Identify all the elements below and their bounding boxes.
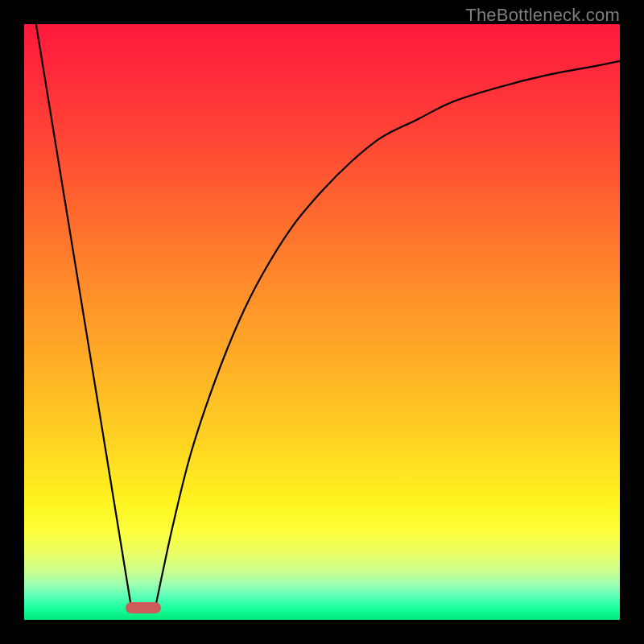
- chart-frame: TheBottleneck.com: [0, 0, 644, 644]
- bottleneck-marker: [126, 602, 161, 613]
- left-slope-line: [36, 24, 131, 608]
- plot-area: [24, 24, 620, 620]
- right-curve-line: [155, 61, 620, 608]
- watermark-text: TheBottleneck.com: [465, 5, 620, 26]
- curve-layer: [24, 24, 620, 620]
